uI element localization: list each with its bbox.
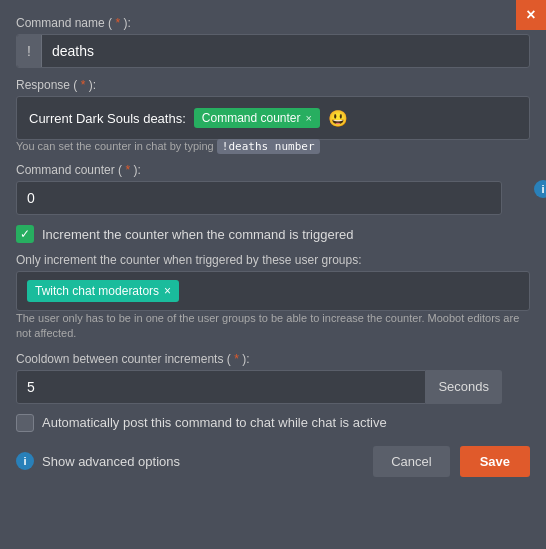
user-groups-label: Only increment the counter when triggere… <box>16 253 530 267</box>
advanced-options-label[interactable]: Show advanced options <box>42 454 180 469</box>
response-label: Response ( * ): <box>16 78 530 92</box>
moderators-tag[interactable]: Twitch chat moderators × <box>27 280 179 302</box>
command-name-input[interactable] <box>42 35 529 67</box>
counter-input[interactable] <box>16 181 502 215</box>
auto-post-label: Automatically post this command to chat … <box>42 415 387 430</box>
response-box[interactable]: Current Dark Souls deaths: Command count… <box>16 96 530 140</box>
user-groups-description: The user only has to be in one of the us… <box>16 311 530 342</box>
footer-left: i Show advanced options <box>16 452 180 470</box>
cooldown-wrapper: Seconds <box>16 370 502 404</box>
footer-right: Cancel Save <box>373 446 530 477</box>
command-counter-tag-close[interactable]: × <box>306 112 312 124</box>
increment-checkbox-row[interactable]: ✓ Increment the counter when the command… <box>16 225 530 243</box>
user-groups-section: Only increment the counter when triggere… <box>16 253 530 342</box>
command-name-row: ! <box>16 34 530 68</box>
response-hint: You can set the counter in chat by typin… <box>16 140 530 153</box>
cooldown-input[interactable] <box>16 370 426 404</box>
counter-section: Command counter ( * ): i <box>16 163 530 215</box>
command-counter-tag[interactable]: Command counter × <box>194 108 320 128</box>
counter-info-icon[interactable]: i <box>534 180 546 198</box>
moderators-tag-close[interactable]: × <box>164 284 171 298</box>
response-section: Response ( * ): Current Dark Souls death… <box>16 78 530 153</box>
moderators-tag-label: Twitch chat moderators <box>35 284 159 298</box>
command-prefix: ! <box>17 35 42 67</box>
cooldown-suffix: Seconds <box>426 370 502 404</box>
modal: × Command name ( * ): ! Response ( * ): … <box>0 0 546 549</box>
command-name-label: Command name ( * ): <box>16 16 530 30</box>
cancel-button[interactable]: Cancel <box>373 446 449 477</box>
cooldown-label: Cooldown between counter increments ( * … <box>16 352 502 366</box>
command-counter-tag-label: Command counter <box>202 111 301 125</box>
save-button[interactable]: Save <box>460 446 530 477</box>
counter-label: Command counter ( * ): <box>16 163 502 177</box>
auto-post-checkbox[interactable] <box>16 414 34 432</box>
footer-row: i Show advanced options Cancel Save <box>16 446 530 477</box>
user-groups-box[interactable]: Twitch chat moderators × <box>16 271 530 311</box>
hint-code-badge: !deaths number <box>217 139 320 154</box>
bottom-info-icon[interactable]: i <box>16 452 34 470</box>
close-button[interactable]: × <box>516 0 546 30</box>
command-name-section: Command name ( * ): ! <box>16 16 530 68</box>
auto-post-checkbox-row[interactable]: Automatically post this command to chat … <box>16 414 530 432</box>
increment-checkbox[interactable]: ✓ <box>16 225 34 243</box>
emoji-icon[interactable]: 😃 <box>328 109 348 128</box>
increment-checkbox-label: Increment the counter when the command i… <box>42 227 353 242</box>
cooldown-section: Cooldown between counter increments ( * … <box>16 352 530 404</box>
response-text: Current Dark Souls deaths: <box>29 111 186 126</box>
check-icon: ✓ <box>20 227 30 241</box>
